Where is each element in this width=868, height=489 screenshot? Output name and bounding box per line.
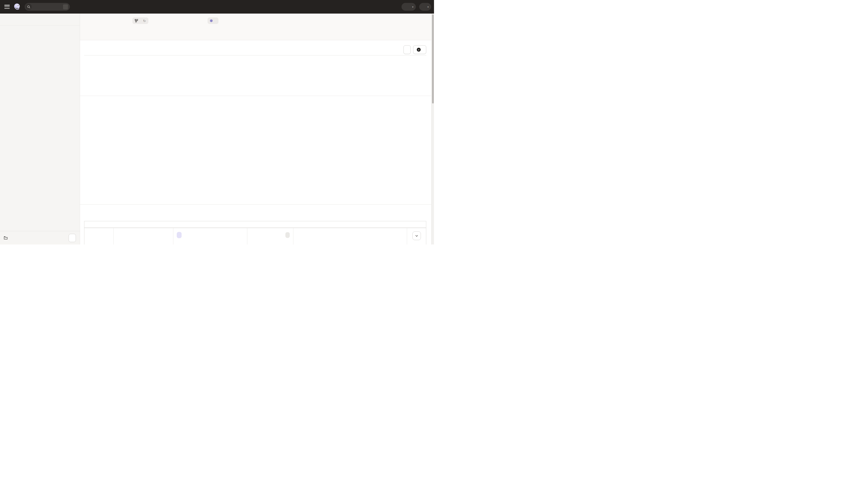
search-bar[interactable]	[25, 3, 70, 11]
deployment-switcher[interactable]: ▾	[402, 3, 416, 11]
search-icon	[26, 4, 32, 10]
dagster-logo-icon[interactable]	[13, 3, 21, 10]
backfill-status-badge	[285, 232, 290, 238]
filter-button[interactable]	[69, 234, 76, 242]
show-per-step-status-button[interactable]	[403, 45, 411, 54]
latest-run-chip	[208, 18, 218, 24]
topbar: ▾ ▾	[0, 0, 434, 13]
job-icon	[135, 19, 138, 22]
partition-status-bar[interactable]	[84, 81, 426, 87]
run-duration-chart[interactable]	[80, 107, 431, 194]
chevron-down-icon: ▾	[412, 6, 413, 8]
main-content: ↻ +	[80, 13, 431, 244]
job-breadcrumb-chip: ↻	[132, 18, 148, 24]
dagster-app: ▾ ▾ ↻	[0, 0, 434, 244]
backfill-table-header	[84, 221, 426, 228]
page-scrollbar[interactable]	[431, 13, 434, 244]
deployment-avatar	[402, 4, 408, 10]
run-duration-header	[80, 96, 431, 106]
requested-range-bar	[177, 241, 242, 244]
expand-row-button[interactable]	[412, 231, 421, 240]
search-shortcut-key	[63, 4, 68, 9]
workspace-sidebar	[0, 13, 80, 244]
search-input[interactable]	[34, 5, 59, 9]
user-menu[interactable]: ▾	[419, 3, 431, 11]
sidebar-footer	[0, 231, 80, 244]
backfill-table	[84, 221, 426, 244]
partition-stats	[84, 55, 426, 76]
chevron-down-icon: ▾	[428, 6, 429, 8]
status-section-header: +	[84, 44, 426, 55]
launch-backfill-button[interactable]: +	[413, 45, 426, 54]
run-status-dot	[210, 20, 213, 22]
folder-icon	[4, 236, 7, 239]
scrollbar-thumb[interactable]	[432, 14, 434, 103]
refresh-icon[interactable]: ↻	[143, 19, 146, 23]
menu-icon[interactable]	[4, 5, 10, 9]
page-header: ↻	[80, 13, 431, 40]
run-status-bar[interactable]	[296, 232, 405, 238]
backfill-history-header	[80, 204, 431, 215]
chevron-down-icon	[415, 235, 418, 237]
backfill-table-row	[84, 228, 426, 244]
user-avatar	[420, 4, 426, 10]
plus-circle-icon: +	[417, 48, 421, 52]
requested-partitions-chip[interactable]	[177, 232, 182, 238]
